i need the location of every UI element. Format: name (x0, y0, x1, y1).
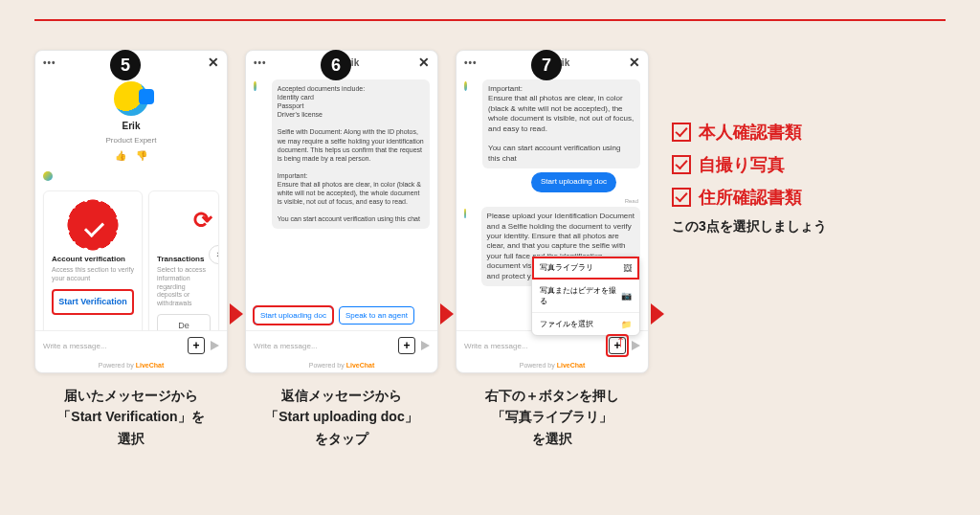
send-icon[interactable] (421, 341, 430, 350)
check-icon (672, 123, 691, 142)
user-start-uploading-msg: Start uploading doc (531, 172, 616, 191)
step7-badge: 7 (531, 50, 562, 80)
message-input-row: Write a message... + (35, 330, 227, 360)
card-title: Transactions (157, 255, 211, 264)
avatar-icon (464, 209, 466, 218)
agent-profile: Erik Product Expert 👍 👎 (43, 78, 219, 169)
step5-column: 5 ••• ✕ Erik Product Expert 👍 👎 Account (34, 34, 228, 449)
take-photo-option[interactable]: 写真またはビデオを撮る📷 (532, 280, 639, 313)
check-icon (672, 155, 691, 174)
transactions-card[interactable]: ⟳ › Transactions Select to access inform… (148, 190, 219, 330)
folder-icon: 📁 (621, 320, 632, 329)
more-icon[interactable]: ••• (254, 57, 267, 68)
plus-icon[interactable]: + (398, 337, 415, 354)
message-input[interactable]: Write a message... (254, 342, 392, 350)
start-uploading-doc-button[interactable]: Start uploading doc (254, 306, 333, 325)
arrow-5-6 (228, 34, 245, 449)
chat-message: Important: Ensure that all photos are cl… (482, 79, 640, 168)
step5-badge: 5 (110, 50, 141, 80)
plus-icon[interactable]: + (188, 337, 205, 354)
camera-icon: 📷 (621, 291, 632, 301)
refresh-icon: ⟳ (193, 205, 212, 235)
close-icon[interactable]: ✕ (418, 55, 430, 70)
phone-step7: ••• Erik ✕ Important: Ensure that all ph… (456, 50, 649, 373)
phone-step6: ••• Erik ✕ Accepted documents include: I… (245, 50, 438, 373)
message-input[interactable]: Write a message... (464, 342, 603, 350)
close-icon[interactable]: ✕ (629, 55, 640, 70)
checklist-item: 本人確認書類 (672, 121, 827, 144)
phone6-body: Accepted documents include: Identity car… (246, 74, 437, 301)
card-desc: Select to access information regarding d… (157, 266, 211, 308)
step7-caption: 右下の＋ボタンを押し 「写真ライブラリ」 を選択 (485, 385, 619, 449)
step7-column: 7 ••• Erik ✕ Important: Ensure that all … (456, 34, 649, 449)
transactions-button[interactable]: De (157, 314, 211, 330)
chat-message: Accepted documents include: Identity car… (272, 79, 430, 229)
gallery-icon: 🖼 (623, 263, 632, 273)
powered-by: Powered by LiveChat (35, 360, 227, 372)
message-input-row: Write a message... + (246, 330, 437, 360)
avatar-icon (114, 81, 148, 116)
avatar-icon (464, 81, 467, 91)
upload-popup: 写真ライブラリ🖼 写真またはビデオを撮る📷 ファイルを選択📁 (531, 256, 640, 336)
top-rule (34, 19, 946, 21)
checklist-note: この3点を選択しましょう (672, 218, 827, 235)
avatar-icon (254, 81, 256, 91)
verification-card[interactable]: Account verification Access this section… (43, 190, 143, 330)
powered-by: Powered by LiveChat (457, 360, 648, 372)
start-verification-button[interactable]: Start Verification (52, 289, 134, 316)
checklist-item: 自撮り写真 (672, 153, 827, 176)
send-icon[interactable] (211, 341, 219, 350)
checklist-item: 住所確認書類 (672, 186, 827, 209)
arrow-6-7 (438, 34, 456, 449)
checklist: 本人確認書類 自撮り写真 住所確認書類 この3点を選択しましょう (666, 34, 827, 449)
card-desc: Access this section to verify your accou… (52, 266, 134, 283)
card-title: Account verification (52, 255, 134, 264)
step6-column: 6 ••• Erik ✕ Accepted documents include:… (245, 34, 438, 449)
step5-caption: 届いたメッセージから 「Start Verification」を 選択 (57, 385, 204, 449)
avatar-icon (43, 171, 53, 181)
speak-to-agent-button[interactable]: Speak to an agent (339, 306, 414, 325)
phone5-body: Erik Product Expert 👍 👎 Account verifica… (35, 74, 227, 330)
thumbs-up-icon[interactable]: 👍 (115, 149, 126, 162)
agent-role: Product Expert (106, 136, 157, 146)
agent-name: Erik (122, 120, 141, 132)
read-indicator: Read (464, 198, 638, 206)
step6-badge: 6 (321, 50, 351, 80)
arrow-7-checklist (649, 34, 666, 449)
thumbs-down-icon[interactable]: 👎 (136, 149, 147, 162)
close-icon[interactable]: ✕ (208, 55, 219, 70)
send-icon[interactable] (632, 341, 640, 350)
check-icon (672, 188, 691, 207)
phone-step5: ••• ✕ Erik Product Expert 👍 👎 Account ve… (34, 50, 228, 373)
powered-by: Powered by LiveChat (246, 360, 437, 372)
message-input[interactable]: Write a message... (43, 342, 182, 350)
verified-badge-icon (69, 201, 117, 249)
photo-library-option[interactable]: 写真ライブラリ🖼 (532, 257, 639, 280)
more-icon[interactable]: ••• (464, 57, 478, 68)
plus-icon[interactable]: + (609, 337, 626, 354)
step6-caption: 返信メッセージから 「Start uploading doc」 をタップ (265, 385, 417, 449)
quick-replies: Start uploading doc Speak to an agent (246, 301, 437, 330)
more-icon[interactable]: ••• (43, 57, 56, 68)
